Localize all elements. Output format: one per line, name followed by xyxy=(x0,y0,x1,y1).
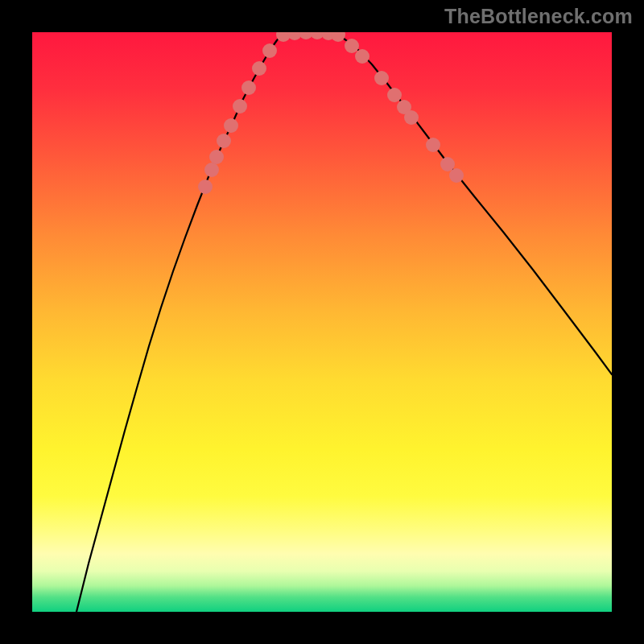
data-marker xyxy=(217,134,231,148)
data-marker xyxy=(233,99,247,114)
data-marker xyxy=(387,88,402,102)
plot-area xyxy=(32,32,612,612)
data-marker xyxy=(209,150,224,164)
data-marker xyxy=(449,168,464,183)
data-marker xyxy=(355,49,369,64)
data-marker xyxy=(262,43,277,58)
data-marker xyxy=(252,61,266,76)
data-marker xyxy=(440,157,455,171)
data-marker xyxy=(426,138,440,152)
data-marker xyxy=(242,80,256,95)
curve-layer xyxy=(32,32,612,612)
data-marker xyxy=(345,39,359,53)
data-marker xyxy=(224,118,238,133)
data-marker xyxy=(331,32,345,42)
bottleneck-curve xyxy=(76,32,612,612)
watermark-label: TheBottleneck.com xyxy=(444,5,633,28)
data-marker xyxy=(374,71,389,85)
data-marker xyxy=(204,163,219,177)
data-marker xyxy=(404,110,419,125)
data-marker xyxy=(198,180,213,194)
